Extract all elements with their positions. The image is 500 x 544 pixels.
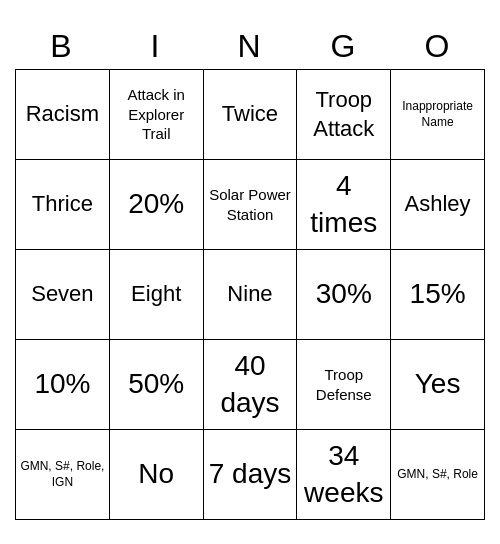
bingo-cell: 10%: [16, 340, 110, 430]
bingo-cell: Thrice: [16, 160, 110, 250]
bingo-cell: Inappropriate Name: [391, 70, 485, 160]
bingo-header: BINGO: [15, 24, 485, 69]
bingo-cell: Seven: [16, 250, 110, 340]
header-letter: B: [15, 24, 109, 69]
bingo-cell: 20%: [110, 160, 204, 250]
header-letter: N: [203, 24, 297, 69]
bingo-cell: No: [110, 430, 204, 520]
bingo-cell: 40 days: [204, 340, 298, 430]
bingo-cell: Attack in Explorer Trail: [110, 70, 204, 160]
bingo-cell: Nine: [204, 250, 298, 340]
bingo-cell: Twice: [204, 70, 298, 160]
bingo-grid: RacismAttack in Explorer TrailTwiceTroop…: [15, 69, 485, 520]
bingo-cell: Racism: [16, 70, 110, 160]
bingo-cell: Yes: [391, 340, 485, 430]
bingo-cell: Solar Power Station: [204, 160, 298, 250]
header-letter: O: [391, 24, 485, 69]
bingo-cell: GMN, S#, Role: [391, 430, 485, 520]
bingo-cell: Eight: [110, 250, 204, 340]
bingo-cell: Ashley: [391, 160, 485, 250]
bingo-card: BINGO RacismAttack in Explorer TrailTwic…: [15, 24, 485, 520]
bingo-cell: 4 times: [297, 160, 391, 250]
bingo-cell: 34 weeks: [297, 430, 391, 520]
header-letter: I: [109, 24, 203, 69]
bingo-cell: 15%: [391, 250, 485, 340]
bingo-cell: GMN, S#, Role, IGN: [16, 430, 110, 520]
bingo-cell: 30%: [297, 250, 391, 340]
bingo-cell: Troop Defense: [297, 340, 391, 430]
bingo-cell: 7 days: [204, 430, 298, 520]
header-letter: G: [297, 24, 391, 69]
bingo-cell: Troop Attack: [297, 70, 391, 160]
bingo-cell: 50%: [110, 340, 204, 430]
